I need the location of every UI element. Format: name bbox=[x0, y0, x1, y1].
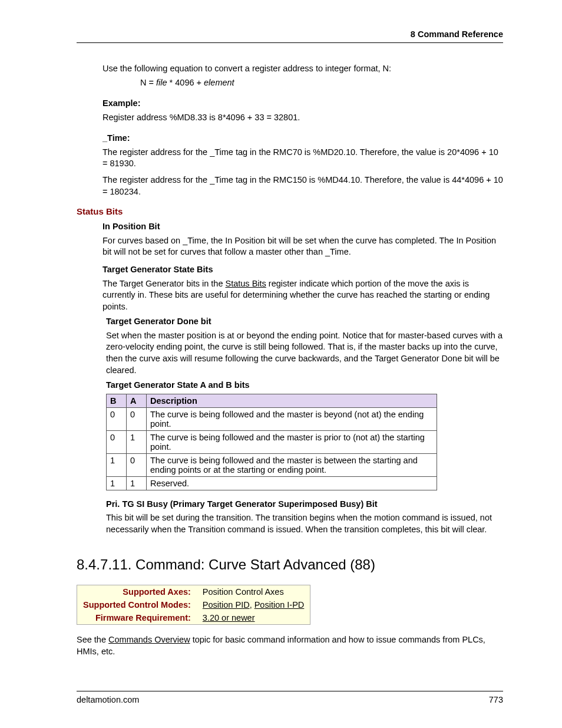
footer: deltamotion.com 773 bbox=[77, 691, 503, 704]
modes-value: Position PID, Position I-PD bbox=[197, 598, 310, 611]
axes-value: Position Control Axes bbox=[197, 585, 310, 599]
table-row: 0 1 The curve is being followed and the … bbox=[107, 430, 437, 453]
example-text: Register address %MD8.33 is 8*4096 + 33 … bbox=[103, 112, 503, 124]
mode-sep: , bbox=[250, 600, 254, 610]
cell-a: 0 bbox=[127, 407, 147, 430]
tg-state-bits-text: The Target Generator bits in the Status … bbox=[103, 278, 503, 313]
table-row: 0 0 The curve is being followed and the … bbox=[107, 407, 437, 430]
fw-value: 3.20 or newer bbox=[197, 611, 310, 625]
tgsi-label: Pri. TG SI Busy (Primary Target Generato… bbox=[106, 499, 503, 510]
time-p1: The register address for the _Time tag i… bbox=[103, 147, 503, 170]
eq-prefix: N = bbox=[140, 78, 156, 87]
time-p2: The register address for the _Time tag i… bbox=[103, 174, 503, 197]
cell-a: 1 bbox=[127, 476, 147, 490]
eq-file: file bbox=[156, 78, 167, 87]
tgsi-text: This bit will be set during the transiti… bbox=[106, 512, 503, 535]
page: 8 Command Reference Use the following eq… bbox=[0, 0, 562, 728]
th-desc: Description bbox=[147, 394, 437, 407]
fw-label: Firmware Requirement: bbox=[77, 611, 197, 625]
position-pid-link[interactable]: Position PID bbox=[203, 600, 250, 610]
table-row: 1 1 Reserved. bbox=[107, 476, 437, 490]
tg-done-label: Target Generator Done bit bbox=[106, 316, 503, 328]
cell-a: 0 bbox=[127, 453, 147, 476]
state-bits-table: B A Description 0 0 The curve is being f… bbox=[106, 394, 437, 490]
in-position-bit-text: For curves based on _Time, the In Positi… bbox=[103, 235, 503, 258]
info-row-modes: Supported Control Modes: Position PID, P… bbox=[77, 598, 310, 611]
section-heading: 8.4.7.11. Command: Curve Start Advanced … bbox=[77, 556, 503, 573]
command-info-table: Supported Axes: Position Control Axes Su… bbox=[77, 585, 310, 625]
in-position-bit-label: In Position Bit bbox=[103, 221, 503, 233]
cell-d: Reserved. bbox=[147, 476, 437, 490]
cell-d: The curve is being followed and the mast… bbox=[147, 407, 437, 430]
info-row-axes: Supported Axes: Position Control Axes bbox=[77, 585, 310, 599]
intro-text: Use the following equation to convert a … bbox=[103, 63, 503, 75]
time-label: _Time: bbox=[103, 133, 503, 144]
th-a: A bbox=[127, 394, 147, 407]
th-b: B bbox=[107, 394, 127, 407]
footer-page-number: 773 bbox=[489, 695, 503, 704]
table-header-row: B A Description bbox=[107, 394, 437, 407]
modes-label: Supported Control Modes: bbox=[77, 598, 197, 611]
info-row-fw: Firmware Requirement: 3.20 or newer bbox=[77, 611, 310, 625]
see-paragraph: See the Commands Overview topic for basi… bbox=[77, 634, 503, 657]
fw-link[interactable]: 3.20 or newer bbox=[203, 613, 255, 622]
cell-b: 0 bbox=[107, 430, 127, 453]
status-bits-link[interactable]: Status Bits bbox=[226, 279, 266, 288]
cell-b: 0 bbox=[107, 407, 127, 430]
tg-ab-label: Target Generator State A and B bits bbox=[106, 380, 503, 391]
commands-overview-link[interactable]: Commands Overview bbox=[108, 635, 190, 644]
running-header: 8 Command Reference bbox=[77, 29, 503, 43]
tg-state-bits-label: Target Generator State Bits bbox=[103, 264, 503, 276]
cell-d: The curve is being followed and the mast… bbox=[147, 453, 437, 476]
position-ipd-link[interactable]: Position I-PD bbox=[254, 600, 305, 610]
status-bits-heading: Status Bits bbox=[77, 206, 503, 218]
cell-b: 1 bbox=[107, 476, 127, 490]
table-row: 1 0 The curve is being followed and the … bbox=[107, 453, 437, 476]
example-label: Example: bbox=[103, 98, 503, 110]
tg-done-text: Set when the master position is at or be… bbox=[106, 330, 503, 376]
footer-domain: deltamotion.com bbox=[77, 695, 139, 704]
axes-label: Supported Axes: bbox=[77, 585, 197, 599]
eq-mid: * 4096 + bbox=[167, 78, 204, 87]
eq-element: element bbox=[204, 78, 234, 87]
tgsb-a: The Target Generator bits in the bbox=[103, 279, 226, 288]
cell-d: The curve is being followed and the mast… bbox=[147, 430, 437, 453]
see-a: See the bbox=[77, 635, 108, 644]
equation: N = file * 4096 + element bbox=[140, 77, 503, 89]
cell-a: 1 bbox=[127, 430, 147, 453]
cell-b: 1 bbox=[107, 453, 127, 476]
